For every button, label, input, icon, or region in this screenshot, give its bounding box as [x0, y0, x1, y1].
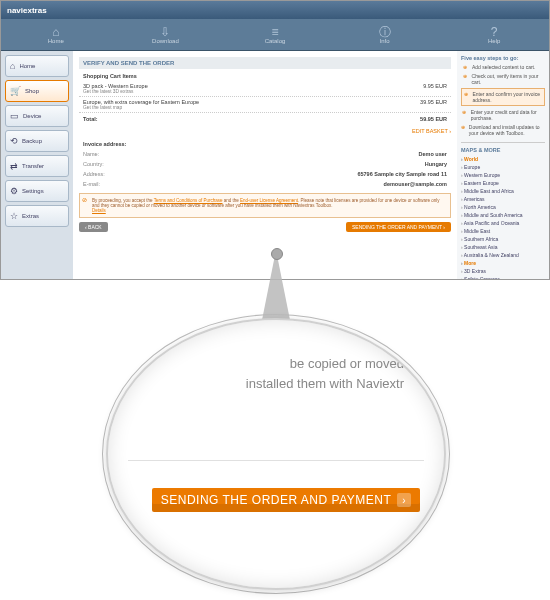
list-item[interactable]: 3D Extras	[461, 267, 545, 275]
list-item[interactable]: Middle and South America	[461, 211, 545, 219]
magnifier-lens: be copied or moved installed them with N…	[106, 318, 446, 590]
list-head[interactable]: World	[461, 155, 545, 163]
star-icon: ☆	[10, 211, 18, 221]
list-item[interactable]: Australia & New Zealand	[461, 251, 545, 259]
app-window: naviextras ⌂Home ⇩Download ≡Catalog ⓘInf…	[0, 0, 550, 280]
details-link[interactable]: Details	[92, 208, 106, 213]
send-order-button-zoom[interactable]: SENDING THE ORDER AND PAYMENT ›	[152, 488, 420, 512]
zoom-anchor	[271, 248, 283, 260]
sidebar-extras[interactable]: ☆Extras	[5, 205, 69, 227]
cart-item: Europe, with extra coverage for Eastern …	[79, 97, 451, 113]
device-icon: ▭	[10, 111, 19, 121]
list-item[interactable]: Middle East and Africa	[461, 187, 545, 195]
sidebar-transfer[interactable]: ⇄Transfer	[5, 155, 69, 177]
list-item[interactable]: Asia Pacific and Oceania	[461, 219, 545, 227]
list-item[interactable]: Americas	[461, 195, 545, 203]
sidebar-device[interactable]: ▭Device	[5, 105, 69, 127]
list-item[interactable]: North America	[461, 203, 545, 211]
back-button[interactable]: ‹ BACK	[79, 222, 108, 232]
app-logo: naviextras	[7, 6, 47, 15]
step-item: ⊕Enter your credit card data for purchas…	[461, 109, 545, 121]
backup-icon: ⟲	[10, 136, 18, 146]
info-icon: ⓘ	[330, 26, 440, 38]
divider	[128, 460, 424, 461]
sidebar-backup[interactable]: ⟲Backup	[5, 130, 69, 152]
list-head[interactable]: More	[461, 259, 545, 267]
topnav-help[interactable]: ?Help	[439, 26, 549, 44]
list-item[interactable]: Europe	[461, 163, 545, 171]
top-nav: ⌂Home ⇩Download ≡Catalog ⓘInfo ?Help	[1, 19, 549, 51]
sidebar-home[interactable]: ⌂Home	[5, 55, 69, 77]
topnav-download[interactable]: ⇩Download	[111, 26, 221, 44]
help-icon: ?	[439, 26, 549, 38]
home-icon: ⌂	[10, 61, 15, 71]
list-item[interactable]: Safety Cameras	[461, 275, 545, 279]
download-icon: ⇩	[111, 26, 221, 38]
cart-item: 3D pack - Western Europe9.95 EUR Get the…	[79, 81, 451, 97]
gear-icon: ⚙	[10, 186, 18, 196]
step-item-active: ⊕Enter and confirm your invoice address.	[461, 88, 545, 106]
sidebar-shop[interactable]: 🛒Shop	[5, 80, 69, 102]
steps-title: Five easy steps to go:	[461, 55, 545, 61]
cart-icon: 🛒	[10, 86, 21, 96]
topnav-catalog[interactable]: ≡Catalog	[220, 26, 330, 44]
total-label: Total:	[83, 116, 98, 122]
transfer-icon: ⇄	[10, 161, 18, 171]
titlebar: naviextras	[1, 1, 549, 19]
maps-title: MAPS & MORE	[461, 142, 545, 153]
list-item[interactable]: Eastern Europe	[461, 179, 545, 187]
step-item: ⊕Download and install updates to your de…	[461, 124, 545, 136]
list-item[interactable]: Southeast Asia	[461, 243, 545, 251]
topnav-info[interactable]: ⓘInfo	[330, 26, 440, 44]
list-item[interactable]: Western Europe	[461, 171, 545, 179]
step-item: ⊕Add selected content to cart.	[461, 64, 545, 70]
invoice-header: Invoice address:	[83, 141, 447, 147]
right-column: Five easy steps to go: ⊕Add selected con…	[457, 51, 549, 279]
catalog-icon: ≡	[220, 26, 330, 38]
chevron-right-icon: ›	[397, 493, 411, 507]
order-panel: VERIFY AND SEND THE ORDER Shopping Cart …	[73, 51, 457, 279]
topnav-home[interactable]: ⌂Home	[1, 26, 111, 44]
region-list: World Europe Western Europe Eastern Euro…	[461, 155, 545, 279]
send-order-button[interactable]: SENDING THE ORDER AND PAYMENT ›	[346, 222, 451, 232]
list-item[interactable]: Middle East	[461, 227, 545, 235]
section-title: VERIFY AND SEND THE ORDER	[79, 57, 451, 69]
total-value: 59.95 EUR	[420, 116, 447, 122]
sidebar: ⌂Home 🛒Shop ▭Device ⟲Backup ⇄Transfer ⚙S…	[1, 51, 73, 279]
step-item: ⊕Check out, verify items in your cart.	[461, 73, 545, 85]
home-icon: ⌂	[1, 26, 111, 38]
terms-notice: By proceeding, you accept the Terms and …	[79, 193, 451, 218]
list-item[interactable]: Southern Africa	[461, 235, 545, 243]
cart-header: Shopping Cart Items	[83, 73, 447, 79]
edit-basket-link[interactable]: EDIT BASKET ›	[79, 125, 451, 137]
sidebar-settings[interactable]: ⚙Settings	[5, 180, 69, 202]
zoomed-text: be copied or moved installed them with N…	[158, 354, 404, 393]
